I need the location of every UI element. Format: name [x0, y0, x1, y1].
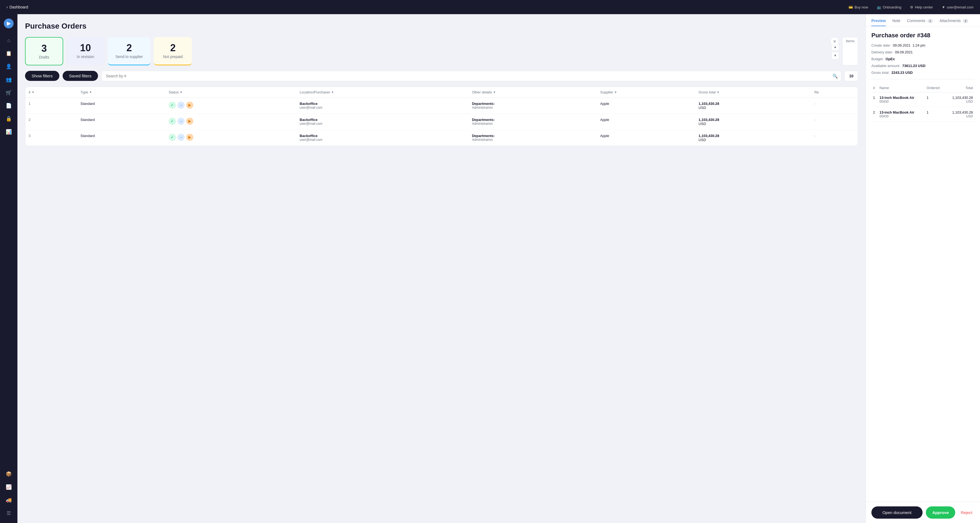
status-icon-blue-2: →	[178, 118, 185, 125]
status-icon-green-1: ✓	[169, 102, 176, 109]
sidebar-item-layers[interactable]: ☰	[3, 508, 14, 519]
status-icon-orange-1: ▶	[186, 102, 193, 109]
tab-note[interactable]: Note	[892, 19, 900, 26]
status-cards: 3 Drafts 10 In revision 2 Send to suppli…	[25, 37, 858, 65]
comments-badge: 1	[928, 19, 933, 23]
col-header-gross[interactable]: Gross total ▼	[695, 87, 811, 98]
items-badge: Items	[842, 37, 858, 65]
sidebar: ▶ ⌂ 📋 👤 👥 🛒 📄 🔒 📊 📦 📈 🚚 ☰	[0, 14, 18, 523]
purchase-orders-table: # ▼ Type ▼ Status ▼ Location/Purchaser ▼	[25, 87, 858, 146]
tab-comments[interactable]: Comments 1	[907, 19, 933, 26]
item-num-2: 2	[871, 107, 878, 122]
search-input[interactable]	[101, 71, 841, 81]
buy-now-button[interactable]: 💳 Buy now	[848, 5, 868, 9]
drafts-count: 3	[33, 43, 55, 54]
search-box: 🔍	[101, 71, 841, 81]
help-center-button[interactable]: ⚙ Help center	[910, 5, 933, 9]
cell-status-1: ✓ → ▶	[165, 97, 296, 113]
cell-re-2: -	[811, 113, 858, 130]
sidebar-item-bag[interactable]: 🛒	[3, 87, 14, 98]
col-header-location[interactable]: Location/Purchaser ▼	[296, 87, 469, 98]
status-card-drafts[interactable]: 3 Drafts	[25, 37, 63, 65]
cell-location-3: Backoffice user@mail.com	[296, 130, 469, 146]
po-available: Availiable amount: 73611.23 USD	[871, 64, 975, 68]
sidebar-item-reports[interactable]: 📊	[3, 126, 14, 137]
col-header-num[interactable]: # ▼	[25, 87, 77, 98]
cell-details-2: Departments: Administrarion	[469, 113, 597, 130]
cell-supplier-2: Apple	[597, 113, 695, 130]
cell-supplier-3: Apple	[597, 130, 695, 146]
sidebar-item-lock[interactable]: 🔒	[3, 113, 14, 124]
sidebar-item-files[interactable]: 📄	[3, 100, 14, 111]
table-row[interactable]: 2 Standard ✓ → ▶ Backoffice	[25, 113, 858, 130]
items-count-display: 10	[845, 71, 858, 81]
cell-details-3: Departments: Administrarion	[469, 130, 597, 146]
page-title: Purchase Orders	[25, 22, 858, 30]
table-row[interactable]: 1 Standard ✓ → ▶ Backoffice	[25, 97, 858, 113]
app-logo[interactable]: ▶	[4, 19, 14, 28]
sidebar-item-team[interactable]: 👥	[3, 74, 14, 85]
cell-type-1: Standard	[77, 97, 165, 113]
send-label: Send to supplier	[115, 54, 143, 59]
cell-supplier-1: Apple	[597, 97, 695, 113]
col-header-re[interactable]: Re	[811, 87, 858, 98]
sidebar-item-users[interactable]: 👤	[3, 61, 14, 72]
status-card-revision[interactable]: 10 In revision	[67, 37, 105, 65]
help-icon: ⚙	[910, 5, 913, 9]
items-table: # Name Ordered Total 1 13-inch MacBook A…	[871, 84, 975, 122]
cell-num-3: 3	[25, 130, 77, 146]
search-icon: 🔍	[832, 73, 838, 78]
chevron-down-icon: ▼	[942, 5, 945, 9]
sidebar-item-orders[interactable]: 📋	[3, 48, 14, 59]
items-row: 2 13-inch MacBook Air 00430 1 1,103,430.…	[871, 107, 975, 122]
items-row: 1 13-inch MacBook Air 00430 1 1,103,430.…	[871, 92, 975, 107]
col-header-status[interactable]: Status ▼	[165, 87, 296, 98]
filter-bar: Show filters Saved filters 🔍 10	[25, 71, 858, 81]
revision-count: 10	[74, 43, 97, 53]
cell-re-1: -	[811, 97, 858, 113]
onboarding-button[interactable]: 📺 Onboarding	[877, 5, 901, 9]
col-header-supplier[interactable]: Supplier ▼	[597, 87, 695, 98]
status-card-notpaid[interactable]: 2 Not prepaid	[154, 37, 192, 65]
table-row[interactable]: 3 Standard ✓ → ▶ Backoffice	[25, 130, 858, 146]
cell-amount-2: 1,103,430.28 USD	[695, 113, 811, 130]
status-icon-orange-2: ▶	[186, 118, 193, 125]
col-header-type[interactable]: Type ▼	[77, 87, 165, 98]
notpaid-label: Not prepaid	[161, 54, 184, 59]
sidebar-item-analytics[interactable]: 📈	[3, 482, 14, 493]
col-header-details[interactable]: Other details ▼	[469, 87, 597, 98]
user-menu[interactable]: ▼ user@email.com	[942, 5, 974, 9]
item-ordered-2: 1	[925, 107, 945, 122]
approve-button[interactable]: Approve	[926, 506, 956, 519]
cell-amount-3: 1,103,430.28 USD	[695, 130, 811, 146]
open-document-button[interactable]: Open document	[871, 506, 923, 519]
sidebar-item-boxes[interactable]: 📦	[3, 469, 14, 480]
po-gross: Gross total: 2243.23 USD	[871, 70, 975, 75]
sidebar-item-home[interactable]: ⌂	[3, 35, 14, 46]
item-ordered-1: 1	[925, 92, 945, 107]
po-budget: Budget: OpEx	[871, 57, 975, 61]
reject-button[interactable]: Reject	[958, 506, 975, 519]
tab-preview[interactable]: Preview	[871, 19, 886, 26]
items-col-total: Total	[945, 84, 975, 92]
show-filters-button[interactable]: Show filters	[25, 71, 59, 81]
item-name-1: 13-inch MacBook Air 00430	[878, 92, 925, 107]
right-panel: Preview Note Comments 1 Attachments 2 Pu…	[865, 14, 980, 523]
card-nav-down[interactable]: ▼	[831, 52, 839, 59]
tab-attachments[interactable]: Attachments 2	[939, 19, 968, 26]
item-total-2: 1,103,430.28 USD	[945, 107, 975, 122]
sidebar-item-truck[interactable]: 🚚	[3, 495, 14, 505]
attachments-badge: 2	[963, 19, 968, 23]
revision-label: In revision	[74, 54, 97, 59]
back-button[interactable]: ‹ Dashboard	[6, 5, 28, 9]
close-panel-button[interactable]: ✕	[830, 37, 839, 46]
right-panel-footer: Open document Approve Reject	[866, 502, 980, 523]
notpaid-count: 2	[161, 43, 184, 53]
cell-num-2: 2	[25, 113, 77, 130]
back-arrow-icon: ‹	[6, 5, 8, 9]
status-card-send[interactable]: 2 Send to supplier	[108, 37, 151, 65]
item-num-1: 1	[871, 92, 878, 107]
saved-filters-button[interactable]: Saved filters	[63, 71, 98, 81]
po-title: Purchase order #348	[871, 32, 975, 39]
item-name-2: 13-inch MacBook Air 00430	[878, 107, 925, 122]
